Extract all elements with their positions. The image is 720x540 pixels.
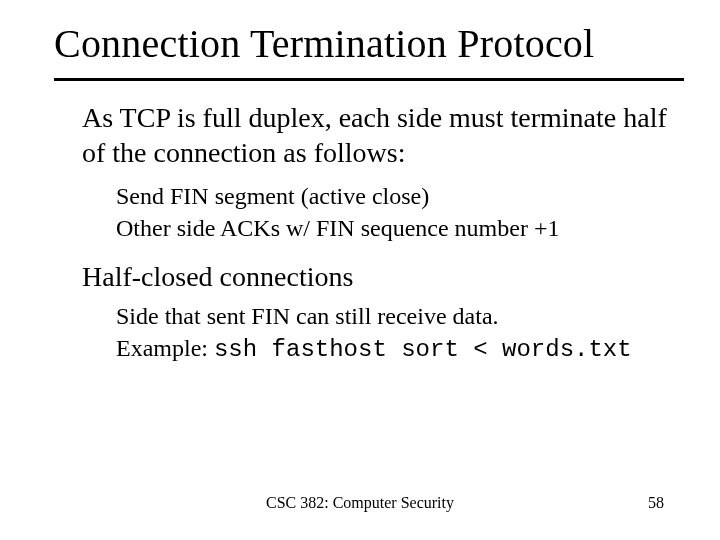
intro-text: As TCP is full duplex, each side must te… <box>82 100 680 170</box>
slide-body: As TCP is full duplex, each side must te… <box>82 100 680 367</box>
steps-block: Send FIN segment (active close) Other si… <box>116 180 680 245</box>
footer-course: CSC 382: Computer Security <box>0 494 720 512</box>
step-a: Send FIN segment (active close) <box>116 180 680 212</box>
step-b: Other side ACKs w/ FIN sequence number +… <box>116 212 680 244</box>
title-rule <box>54 78 684 81</box>
example-label: Example: <box>116 335 214 361</box>
example-command: ssh fasthost sort < words.txt <box>214 336 632 363</box>
section2-line1: Side that sent FIN can still receive dat… <box>116 300 680 332</box>
section2-block: Side that sent FIN can still receive dat… <box>116 300 680 367</box>
slide-title: Connection Termination Protocol <box>54 20 666 67</box>
section2-heading: Half-closed connections <box>82 259 680 294</box>
footer-page-number: 58 <box>648 494 664 512</box>
slide: Connection Termination Protocol As TCP i… <box>0 0 720 540</box>
section2-example: Example: ssh fasthost sort < words.txt <box>116 332 680 366</box>
